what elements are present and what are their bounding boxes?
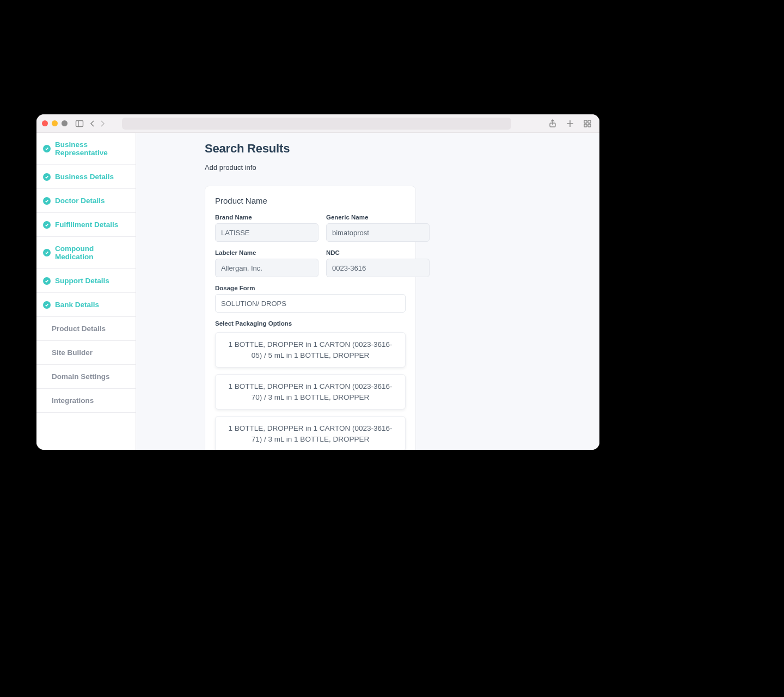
check-icon [43,221,51,229]
sidebar-item-label: Bank Details [55,301,99,309]
window-controls [42,120,68,126]
check-icon [43,249,51,256]
svg-rect-8 [588,124,591,127]
packaging-section-label: Select Packaging Options [215,320,406,327]
svg-rect-6 [588,120,591,123]
sidebar-item-label: Integrations [52,396,94,405]
new-tab-icon[interactable] [566,119,574,128]
sidebar-toggle-icon[interactable] [75,119,84,128]
packaging-option[interactable]: 1 BOTTLE, DROPPER in 1 CARTON (0023-3616… [215,416,406,450]
generic-name-input[interactable] [326,223,430,242]
sidebar-item-label: Domain Settings [52,372,110,381]
sidebar-item-bank-details[interactable]: Bank Details [36,293,136,317]
toolbar-right [548,119,592,128]
sidebar-item-label: Site Builder [52,348,93,357]
close-window-button[interactable] [42,120,48,126]
maximize-window-button[interactable] [62,120,68,126]
sidebar-item-product-details[interactable]: Product Details [36,317,136,341]
minimize-window-button[interactable] [52,120,58,126]
ndc-label: NDC [326,249,430,256]
svg-rect-7 [584,124,587,127]
packaging-option[interactable]: 1 BOTTLE, DROPPER in 1 CARTON (0023-3616… [215,332,406,368]
check-icon [43,277,51,285]
check-icon [43,145,51,152]
svg-rect-0 [76,120,83,126]
forward-button[interactable] [98,119,107,128]
page-title: Search Results [205,142,578,156]
brand-name-label: Brand Name [215,214,318,221]
svg-rect-5 [584,120,587,123]
check-icon [43,301,51,309]
dosage-form-input[interactable] [215,294,406,313]
dosage-form-label: Dosage Form [215,285,406,291]
ndc-field-group: NDC [326,249,430,277]
share-icon[interactable] [548,119,557,128]
sidebar: Business Representative Business Details… [36,133,136,450]
sidebar-item-label: Business Details [55,173,114,181]
packaging-option[interactable]: 1 BOTTLE, DROPPER in 1 CARTON (0023-3616… [215,374,406,409]
browser-window: Business Representative Business Details… [36,114,599,450]
brand-name-field-group: Brand Name [215,214,318,242]
sidebar-item-domain-settings[interactable]: Domain Settings [36,365,136,389]
check-icon [43,197,51,205]
generic-name-label: Generic Name [326,214,430,221]
card-title: Product Name [215,196,406,205]
app-body: Business Representative Business Details… [36,133,599,450]
product-card: Product Name Brand Name Generic Name Lab… [205,186,416,450]
sidebar-item-label: Doctor Details [55,197,105,205]
sidebar-item-label: Business Representative [55,140,129,157]
labeler-name-input[interactable] [215,259,318,277]
labeler-name-field-group: Labeler Name [215,249,318,277]
generic-name-field-group: Generic Name [326,214,430,242]
sidebar-item-compound-medication[interactable]: Compound Medication [36,237,136,269]
ndc-input[interactable] [326,259,430,277]
sidebar-item-label: Support Details [55,277,109,285]
address-bar[interactable] [122,118,511,130]
sidebar-item-business-representative[interactable]: Business Representative [36,133,136,165]
sidebar-item-integrations[interactable]: Integrations [36,389,136,413]
sidebar-item-business-details[interactable]: Business Details [36,165,136,189]
sidebar-item-support-details[interactable]: Support Details [36,269,136,293]
sidebar-item-site-builder[interactable]: Site Builder [36,341,136,365]
browser-toolbar [36,114,599,133]
dosage-form-field-group: Dosage Form [215,285,406,313]
nav-arrows [88,119,107,128]
sidebar-item-doctor-details[interactable]: Doctor Details [36,189,136,213]
sidebar-item-label: Product Details [52,325,106,333]
sidebar-item-label: Compound Medication [55,244,129,261]
back-button[interactable] [88,119,97,128]
sidebar-item-label: Fulfillment Details [55,221,118,229]
page-subtitle: Add product info [205,163,578,172]
check-icon [43,173,51,181]
tabs-overview-icon[interactable] [583,119,592,128]
brand-name-input[interactable] [215,223,318,242]
sidebar-item-fulfillment-details[interactable]: Fulfillment Details [36,213,136,237]
main-content: Search Results Add product info Product … [136,133,599,450]
labeler-name-label: Labeler Name [215,249,318,256]
